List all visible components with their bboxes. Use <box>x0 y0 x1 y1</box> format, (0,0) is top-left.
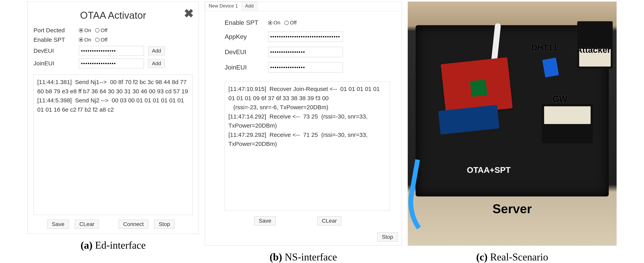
button-row-1: Save CLear <box>225 216 390 225</box>
page-title: OTAA Activator <box>80 10 146 21</box>
label-dht11: DHT11 <box>531 43 558 52</box>
radio-on-icon[interactable] <box>79 28 83 32</box>
row-enable-spt: Enable SPT On Off <box>34 36 193 43</box>
label-deveui: DevEUI <box>225 48 268 56</box>
deveui-input[interactable] <box>79 46 144 56</box>
caption-c-tag: (c) <box>476 251 488 263</box>
deveui-input[interactable] <box>268 47 343 57</box>
label-deveui: DevEUI <box>34 47 79 54</box>
clear-button[interactable]: CLear <box>75 220 99 229</box>
row-joineui: JoinEUI <box>225 62 390 72</box>
label-server: Server <box>492 202 532 216</box>
caption-a-tag: (a) <box>80 240 92 251</box>
tab-add[interactable]: Add <box>242 2 257 11</box>
radio-on-label: On <box>84 27 91 33</box>
label-joineui: JoinEUI <box>34 60 79 67</box>
subfigure-a: OTAA Activator ✖ Port Dected On Off Enab… <box>28 1 199 251</box>
save-button[interactable]: Save <box>47 220 69 229</box>
caption-b-text: NS-interface <box>282 251 337 263</box>
radio-group-port: On Off <box>79 27 110 33</box>
label-attacker: Attacker <box>576 45 611 55</box>
tab-new-device[interactable]: New Device 1 <box>205 2 242 11</box>
appkey-input[interactable] <box>268 31 343 42</box>
caption-c-text: Real-Scenario <box>488 251 548 263</box>
log-output: [11:44:1.381] Send Nj1--> 00 8f 70 f2 bc… <box>34 75 193 215</box>
radio-group-spt: On Off <box>79 37 110 43</box>
radio-on-icon[interactable] <box>268 21 272 25</box>
joineui-input[interactable] <box>268 62 343 72</box>
add-deveui-button[interactable]: Add <box>148 46 165 55</box>
label-port-detected: Port Dected <box>34 27 79 34</box>
stop-button[interactable]: Stop <box>154 220 174 229</box>
radio-on-label: On <box>274 20 280 26</box>
radio-on-icon[interactable] <box>79 38 83 42</box>
ns-interface-panel: New Device 1 Add Enable SPT On Off AppKe… <box>205 1 402 246</box>
button-row-2: Stop <box>205 229 402 246</box>
label-gw: GW <box>552 94 567 104</box>
gateway-box <box>542 104 593 143</box>
label-enable-spt: Enable SPT <box>34 36 79 43</box>
connect-button[interactable]: Connect <box>119 220 148 229</box>
radio-off-icon[interactable] <box>95 28 100 32</box>
radio-group-spt: On Off <box>268 20 299 26</box>
panel-b-body: Enable SPT On Off AppKey DevEUI <box>205 11 402 229</box>
radio-off-icon[interactable] <box>95 38 100 42</box>
subfigure-b: New Device 1 Add Enable SPT On Off AppKe… <box>205 1 402 263</box>
subfigure-c: DHT11 Attacker GW OTAA+SPT Server (c) Re… <box>408 1 616 263</box>
stop-button[interactable]: Stop <box>377 233 398 242</box>
label-appkey: AppKey <box>225 33 268 40</box>
row-appkey: AppKey <box>225 31 390 42</box>
figure-row: OTAA Activator ✖ Port Dected On Off Enab… <box>2 1 642 263</box>
row-port-detected: Port Dected On Off <box>34 27 193 34</box>
chip-icon <box>470 79 487 97</box>
radio-off-icon[interactable] <box>284 21 289 25</box>
row-deveui: DevEUI <box>225 47 390 57</box>
row-joineui: JoinEUI Add <box>34 58 193 68</box>
radio-on-label: On <box>84 37 91 43</box>
add-joineui-button[interactable]: Add <box>148 59 165 68</box>
row-enable-spt: Enable SPT On Off <box>225 19 390 26</box>
label-joineui: JoinEUI <box>225 64 268 71</box>
caption-a-text: Ed-interface <box>92 240 146 251</box>
title-row: OTAA Activator ✖ <box>34 10 193 21</box>
row-deveui: DevEUI Add <box>34 46 193 56</box>
real-scenario-photo: DHT11 Attacker GW OTAA+SPT Server <box>408 1 616 246</box>
usb-cable-icon <box>408 159 466 246</box>
caption-c: (c) Real-Scenario <box>476 251 548 263</box>
label-enable-spt: Enable SPT <box>225 19 268 26</box>
caption-b-tag: (b) <box>270 251 282 263</box>
caption-b: (b) NS-interface <box>270 251 337 263</box>
radio-off-label: Off <box>101 27 108 33</box>
caption-a: (a) Ed-interface <box>80 239 146 251</box>
radio-off-label: Off <box>290 20 296 26</box>
ed-interface-panel: OTAA Activator ✖ Port Dected On Off Enab… <box>28 1 199 234</box>
button-row: Save CLear Connect Stop <box>34 220 193 229</box>
tab-strip: New Device 1 Add <box>205 2 402 11</box>
label-otaa-spt: OTAA+SPT <box>467 165 510 175</box>
save-button[interactable]: Save <box>254 216 276 225</box>
log-output: [11:47:10.915] Recover Join-Requset <-- … <box>225 81 390 211</box>
tape-label-icon <box>544 106 590 124</box>
clear-button[interactable]: CLear <box>317 216 341 225</box>
radio-off-label: Off <box>101 37 108 43</box>
close-icon[interactable]: ✖ <box>184 8 194 19</box>
joineui-input[interactable] <box>79 58 144 68</box>
